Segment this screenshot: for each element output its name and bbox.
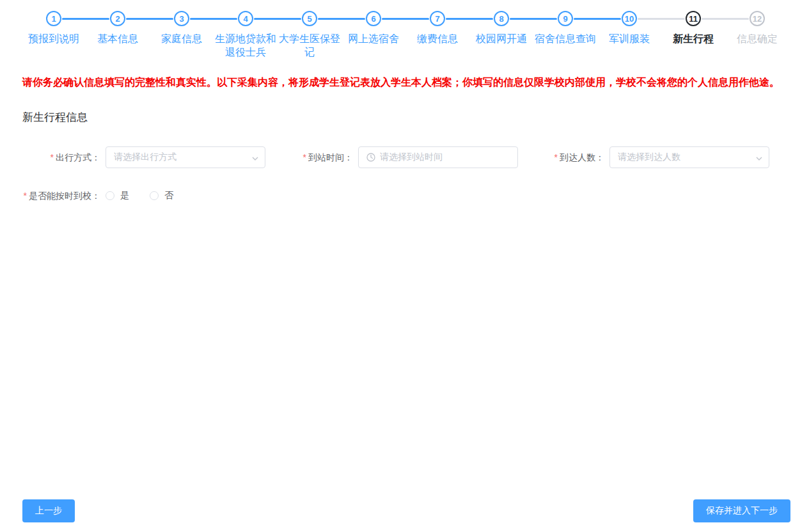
step-label: 预报到说明 <box>22 32 85 45</box>
page-title: 新生行程信息 <box>22 110 809 125</box>
step-label: 校园网开通 <box>470 32 533 45</box>
step-label: 网上选宿舍 <box>342 32 405 45</box>
confidentiality-notice: 请你务必确认信息填写的完整性和真实性。以下采集内容，将形成学生登记表放入学生本人… <box>22 76 787 89</box>
step-6: 6网上选宿舍 <box>342 11 405 59</box>
step-7: 7缴费信息 <box>405 11 469 59</box>
form-row-1: *出行方式： 请选择出行方式 *到站时间： 请选择到站时间 *到达人数： 请选择… <box>19 146 809 168</box>
arrival-time-field: *到站时间： 请选择到站时间 <box>265 146 518 168</box>
step-number-circle: 3 <box>174 11 189 26</box>
required-asterisk: * <box>51 152 54 162</box>
step-number-circle: 2 <box>110 11 125 26</box>
save-and-next-button[interactable]: 保存并进入下一步 <box>693 499 790 522</box>
radio-no-label: 否 <box>164 190 173 201</box>
arrival-count-field: *到达人数： 请选择到达人数 <box>518 146 769 168</box>
step-number-circle: 11 <box>686 11 701 26</box>
step-5: 5大学生医保登记 <box>278 11 342 59</box>
step-label: 家庭信息 <box>150 32 213 45</box>
step-number-circle: 5 <box>302 11 317 26</box>
arrival-count-select[interactable]: 请选择到达人数 <box>609 146 769 168</box>
step-label: 信息确定 <box>726 32 789 45</box>
travel-method-placeholder: 请选择出行方式 <box>114 152 247 163</box>
radio-circle-icon <box>150 191 159 200</box>
travel-method-label: *出行方式： <box>19 146 106 168</box>
step-label: 大学生医保登记 <box>278 32 341 59</box>
travel-method-select[interactable]: 请选择出行方式 <box>106 146 265 168</box>
radio-yes-label: 是 <box>120 190 129 201</box>
step-label: 宿舍信息查询 <box>534 32 597 45</box>
required-asterisk: * <box>24 191 27 201</box>
step-3: 3家庭信息 <box>150 11 214 59</box>
arrival-time-input[interactable]: 请选择到站时间 <box>358 146 518 168</box>
step-number-circle: 10 <box>622 11 637 26</box>
arrival-count-placeholder: 请选择到达人数 <box>618 152 751 163</box>
clock-icon <box>366 153 375 162</box>
step-1: 1预报到说明 <box>22 11 86 59</box>
step-label: 基本信息 <box>86 32 149 45</box>
travel-method-field: *出行方式： 请选择出行方式 <box>19 146 265 168</box>
step-number-circle: 9 <box>558 11 573 26</box>
step-number-circle: 6 <box>366 11 381 26</box>
step-label: 缴费信息 <box>406 32 469 45</box>
chevron-down-icon <box>251 153 259 165</box>
step-label: 军训服装 <box>598 32 661 45</box>
required-asterisk: * <box>303 152 306 162</box>
step-number-circle: 1 <box>46 11 61 26</box>
arrival-time-placeholder: 请选择到站时间 <box>380 152 499 163</box>
arrival-time-label: *到站时间： <box>265 146 358 168</box>
step-10: 10军训服装 <box>597 11 661 59</box>
radio-on-time-yes[interactable]: 是 <box>106 190 129 201</box>
step-number-circle: 12 <box>750 11 765 26</box>
wizard-stepper: 1预报到说明2基本信息3家庭信息4生源地贷款和退役士兵5大学生医保登记6网上选宿… <box>22 11 789 59</box>
arrival-count-label: *到达人数： <box>518 146 609 168</box>
step-label: 生源地贷款和退役士兵 <box>214 32 277 59</box>
step-4: 4生源地贷款和退役士兵 <box>214 11 278 59</box>
previous-step-button[interactable]: 上一步 <box>22 499 75 522</box>
step-label: 新生行程 <box>662 32 725 45</box>
required-asterisk: * <box>554 152 558 162</box>
step-number-circle: 8 <box>494 11 509 26</box>
step-9: 9宿舍信息查询 <box>533 11 597 59</box>
on-time-label: *是否能按时到校： <box>19 185 106 207</box>
step-12: 12信息确定 <box>725 11 789 59</box>
step-8: 8校园网开通 <box>469 11 533 59</box>
step-2: 2基本信息 <box>86 11 150 59</box>
radio-circle-icon <box>106 191 114 200</box>
step-11: 11新生行程 <box>661 11 725 59</box>
step-number-circle: 4 <box>238 11 253 26</box>
form-row-2: *是否能按时到校： 是 否 <box>19 185 809 207</box>
chevron-down-icon <box>755 153 763 165</box>
step-number-circle: 7 <box>430 11 445 26</box>
itinerary-form: *出行方式： 请选择出行方式 *到站时间： 请选择到站时间 *到达人数： 请选择… <box>0 146 809 207</box>
radio-on-time-no[interactable]: 否 <box>150 190 173 201</box>
